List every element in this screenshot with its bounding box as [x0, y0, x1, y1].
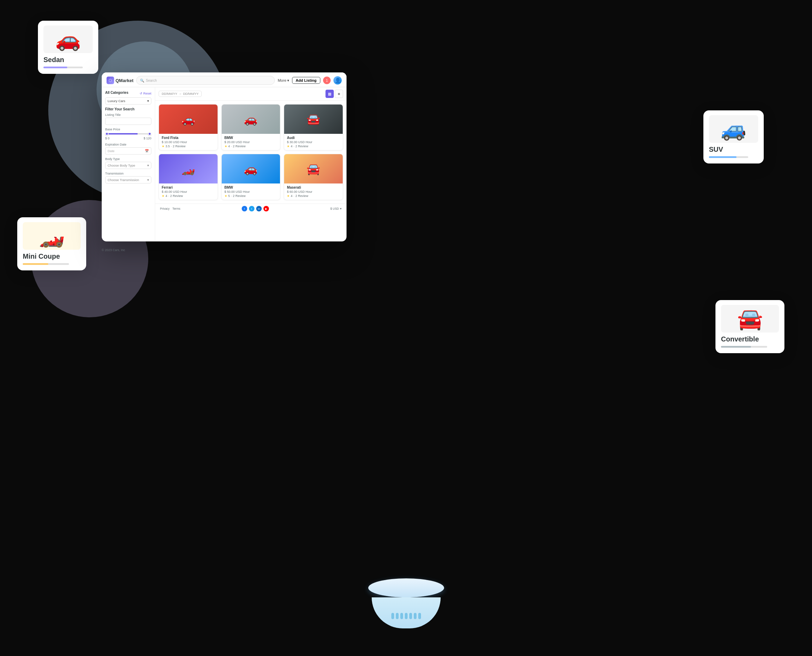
- car-rating-2: ★ 4 · 2 Review: [287, 144, 340, 148]
- stripe-1: [391, 613, 394, 619]
- listing-title-input[interactable]: [105, 118, 151, 125]
- date-placeholder: Date: [108, 149, 114, 153]
- range-thumb-left[interactable]: [105, 132, 109, 136]
- search-bar[interactable]: 🔍 Search: [136, 76, 275, 85]
- mini-coupe-car-image: 🏎️: [23, 222, 81, 250]
- search-icon: 🔍: [140, 79, 144, 82]
- stripe-3: [400, 613, 403, 619]
- review-count-4: 2 Review: [233, 194, 245, 198]
- date-input[interactable]: Date 📅: [105, 147, 151, 155]
- content-toolbar: DD/MM/YY → DD/MM/YY ▦ ≡: [155, 87, 347, 101]
- car-listing-2[interactable]: 🚘 Audi $ 30.00 USD Hour ★ 4 · 2 Review: [284, 104, 343, 150]
- privacy-link[interactable]: Privacy: [160, 207, 170, 210]
- price-range-slider[interactable]: [105, 133, 151, 135]
- star-icon-1: ★: [224, 144, 227, 148]
- body-type-select[interactable]: Choose Body Type ▾: [105, 162, 151, 169]
- currency-select[interactable]: $ USD ▾: [330, 207, 342, 210]
- sedan-progress-bar: [43, 67, 83, 68]
- suv-bar-fill: [709, 156, 736, 158]
- main-content: DD/MM/YY → DD/MM/YY ▦ ≡: [155, 87, 347, 241]
- listing-title-label: Listing Title: [105, 113, 151, 117]
- convertible-car-icon: 🚘: [737, 306, 763, 331]
- transmission-label: Transmission: [105, 172, 151, 175]
- review-count-2: 2 Review: [295, 144, 308, 148]
- add-listing-button[interactable]: Add Listing: [292, 77, 321, 84]
- car-listing-3[interactable]: 🏎️ Ferrari $ 40.00 USD Hour ★ 4 · 2 Revi…: [159, 154, 218, 200]
- pedestal-stripes: [391, 613, 421, 619]
- nav-right: More ▾ Add Listing 1 👤: [278, 76, 342, 85]
- star-icon-0: ★: [162, 144, 164, 148]
- category-value: Luxury Cars: [108, 99, 125, 103]
- car-image-5: 🚘: [284, 154, 343, 184]
- car-listing-5[interactable]: 🚘 Maserati $ 60.00 USD Hour ★ 4 · 2 Revi…: [284, 154, 343, 200]
- more-chevron-icon: ▾: [287, 78, 289, 83]
- stripe-5: [409, 613, 412, 619]
- star-icon-2: ★: [287, 144, 290, 148]
- base-price-label: Base Price: [105, 128, 151, 131]
- transmission-value: Choose Transmission: [108, 178, 139, 182]
- filter-title: Filter Your Search: [105, 107, 151, 111]
- browser-footer: Privacy Terms f t in ▶ $ USD ▾: [155, 204, 347, 214]
- car-image-1: 🚗: [222, 105, 280, 134]
- car-listing-0[interactable]: 🚗 Ford Fista $ 10.00 USD Hour ★ 3.5 · 2 …: [159, 104, 218, 150]
- review-count-0: 2 Review: [173, 144, 185, 148]
- user-avatar[interactable]: 👤: [333, 76, 342, 85]
- date-range-picker[interactable]: DD/MM/YY → DD/MM/YY: [159, 91, 202, 97]
- car-info-0: Ford Fista $ 10.00 USD Hour ★ 3.5 · 2 Re…: [159, 134, 218, 150]
- pedestal: [368, 579, 444, 628]
- price-range-labels: $ 0 $ 120: [105, 136, 151, 140]
- car-info-2: Audi $ 30.00 USD Hour ★ 4 · 2 Review: [284, 134, 343, 150]
- twitter-icon[interactable]: t: [249, 206, 255, 211]
- suv-car-icon: 🚙: [721, 117, 747, 141]
- rating-value-3: 4: [165, 194, 167, 198]
- suv-progress-bar: [709, 156, 748, 158]
- price-max: $ 120: [144, 136, 151, 140]
- car-image-3: 🏎️: [159, 154, 218, 184]
- convertible-bar-fill: [721, 346, 751, 348]
- stripe-6: [414, 613, 417, 619]
- category-select[interactable]: Luxury Cars ▾: [105, 97, 151, 105]
- footer-links: Privacy Terms: [160, 207, 180, 210]
- more-button[interactable]: More ▾: [278, 78, 289, 83]
- transmission-chevron-icon: ▾: [147, 178, 149, 182]
- car-price-5: $ 60.00 USD Hour: [287, 190, 340, 193]
- reset-button[interactable]: ↺ Reset: [140, 92, 151, 95]
- car-rating-4: ★ 5 · 2 Review: [224, 194, 278, 198]
- price-range-section: $ 0 $ 120: [105, 133, 151, 140]
- linkedin-icon[interactable]: in: [256, 206, 262, 211]
- expiration-date-label: Expiration Date: [105, 143, 151, 146]
- car-image-2: 🚘: [284, 105, 343, 134]
- car-info-4: BMW $ 50.00 USD Hour ★ 5 · 2 Review: [222, 184, 280, 200]
- car-name-5: Maserati: [287, 186, 340, 189]
- listings-grid: 🚗 Ford Fista $ 10.00 USD Hour ★ 3.5 · 2 …: [155, 101, 347, 204]
- date-start: DD/MM/YY: [162, 92, 177, 96]
- list-view-button[interactable]: ≡: [335, 90, 343, 98]
- car-listing-4[interactable]: 🚗 BMW $ 50.00 USD Hour ★ 5 · 2 Review: [221, 154, 281, 200]
- rating-value-1: 4: [228, 144, 230, 148]
- stripe-7: [418, 613, 421, 619]
- youtube-icon[interactable]: ▶: [263, 206, 269, 211]
- car-rating-5: ★ 4 · 2 Review: [287, 194, 340, 198]
- terms-link[interactable]: Terms: [172, 207, 180, 210]
- car-info-5: Maserati $ 60.00 USD Hour ★ 4 · 2 Review: [284, 184, 343, 200]
- car-rating-1: ★ 4 · 2 Review: [224, 144, 278, 148]
- sedan-bar-fill: [43, 67, 67, 68]
- notification-icon[interactable]: 1: [323, 77, 331, 84]
- sedan-card: 🚗 Sedan: [38, 21, 98, 74]
- car-rating-0: ★ 3.5 · 2 Review: [162, 144, 215, 148]
- facebook-icon[interactable]: f: [242, 206, 247, 211]
- car-listing-1[interactable]: 🚗 BMW $ 20.00 USD Hour ★ 4 · 2 Review: [221, 104, 281, 150]
- currency-value: $ USD: [330, 207, 339, 210]
- car-name-2: Audi: [287, 136, 340, 140]
- transmission-select[interactable]: Choose Transmission ▾: [105, 176, 151, 184]
- notification-badge: 1: [326, 79, 328, 82]
- car-info-1: BMW $ 20.00 USD Hour ★ 4 · 2 Review: [222, 134, 280, 150]
- car-price-4: $ 50.00 USD Hour: [224, 190, 278, 193]
- date-arrow-icon: →: [179, 92, 182, 96]
- range-thumb-right[interactable]: [148, 132, 151, 136]
- car-price-2: $ 30.00 USD Hour: [287, 140, 340, 144]
- sedan-car-icon: 🚗: [55, 27, 81, 52]
- car-price-1: $ 20.00 USD Hour: [224, 140, 278, 144]
- grid-view-button[interactable]: ▦: [326, 90, 334, 98]
- date-end: DD/MM/YY: [183, 92, 199, 96]
